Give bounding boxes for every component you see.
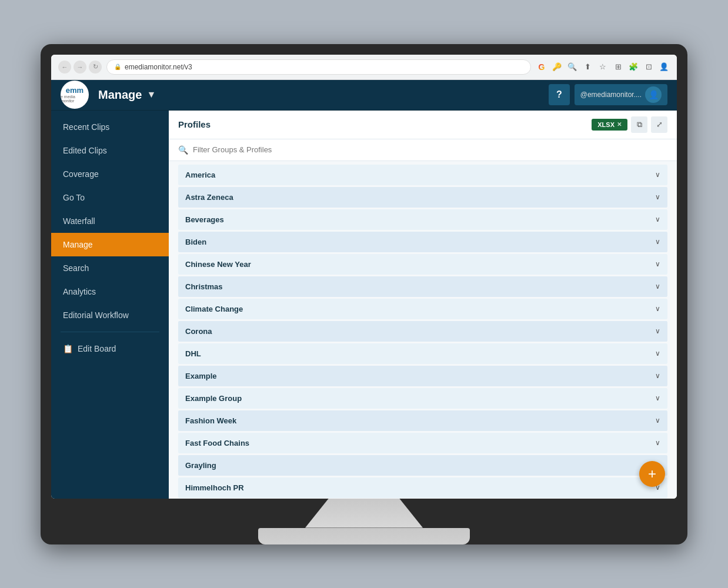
table-row[interactable]: Example ∨ — [178, 366, 667, 386]
sidebar-item-analytics[interactable]: Analytics — [51, 280, 169, 303]
sidebar-item-edited-clips[interactable]: Edited Clips — [51, 139, 169, 162]
sidebar-label-edited-clips: Edited Clips — [63, 146, 107, 155]
search-icon: 🔍 — [178, 145, 188, 155]
xlsx-button[interactable]: XLSX ✕ — [592, 119, 627, 131]
profiles-list: America ∨ Astra Zeneca ∨ Beverages ∨ B — [169, 161, 677, 499]
table-row[interactable]: Chinese New Year ∨ — [178, 254, 667, 275]
main-content: Profiles XLSX ✕ ⧉ ⤢ 🔍 — [169, 111, 677, 499]
puzzle-icon: 🧩 — [627, 61, 639, 73]
forward-button[interactable]: → — [74, 61, 86, 74]
sidebar-label-go-to: Go To — [63, 193, 85, 202]
extensions-icon: ⊞ — [612, 61, 624, 73]
table-row[interactable]: Example Group ∨ — [178, 388, 667, 409]
browser-chrome: ← → ↻ 🔒 emediamonitor.net/v3 G 🔑 🔍 ⬆ ☆ ⊞… — [51, 55, 677, 80]
profile-name: Corona — [185, 327, 212, 336]
profile-name: Astra Zeneca — [185, 193, 233, 202]
profile-name: Himmelhoch PR — [185, 483, 244, 492]
profile-name: Christmas — [185, 282, 223, 291]
table-row[interactable]: Biden ∨ — [178, 232, 667, 252]
sidebar: Recent Clips Edited Clips Coverage Go To… — [51, 111, 169, 499]
chevron-down-icon: ∨ — [655, 260, 660, 268]
chevron-down-icon: ∨ — [655, 372, 660, 380]
chevron-down-icon: ∨ — [655, 394, 660, 402]
edit-board-icon: 📋 — [63, 344, 73, 353]
table-row[interactable]: Grayling ∨ — [178, 455, 667, 476]
table-row[interactable]: Fast Food Chains ∨ — [178, 433, 667, 453]
refresh-button[interactable]: ↻ — [89, 61, 102, 74]
lock-icon: 🔒 — [114, 64, 121, 70]
sidebar-divider — [61, 332, 159, 332]
browser-right-icons: G 🔑 🔍 ⬆ ☆ ⊞ 🧩 ⊡ 👤 — [536, 61, 670, 73]
header-logo: emm e media monitor — [61, 81, 89, 109]
table-row[interactable]: Beverages ∨ — [178, 209, 667, 230]
sidebar-label-manage: Manage — [63, 240, 93, 249]
profile-name: Fast Food Chains — [185, 439, 249, 447]
profile-name: Chinese New Year — [185, 260, 251, 269]
window-icon: ⊡ — [643, 61, 654, 73]
sidebar-item-editorial-workflow[interactable]: Editorial Workflow — [51, 303, 169, 327]
table-row[interactable]: DHL ∨ — [178, 343, 667, 364]
chevron-down-icon: ∨ — [655, 193, 660, 201]
table-row[interactable]: Climate Change ∨ — [178, 299, 667, 319]
profile-name: DHL — [185, 349, 201, 358]
app-container: Recent Clips Edited Clips Coverage Go To… — [51, 111, 677, 499]
sidebar-label-search: Search — [63, 263, 89, 273]
sidebar-item-waterfall[interactable]: Waterfall — [51, 209, 169, 233]
header-manage-title: Manage — [98, 88, 142, 102]
monitor-stand-base — [258, 528, 470, 544]
user-button[interactable]: @emediamonitor.... 👤 — [575, 84, 667, 105]
chevron-down-icon: ∨ — [655, 416, 660, 425]
app-header: emm e media monitor Manage ▼ ? @emediamo… — [51, 80, 677, 111]
sidebar-item-coverage[interactable]: Coverage — [51, 162, 169, 186]
sidebar-label-coverage: Coverage — [63, 169, 99, 179]
sidebar-label-waterfall: Waterfall — [63, 216, 95, 226]
edit-board-item[interactable]: 📋 Edit Board — [51, 337, 169, 360]
sidebar-label-editorial-workflow: Editorial Workflow — [63, 310, 129, 320]
browser-nav: ← → ↻ — [58, 61, 102, 74]
monitor-screen: ← → ↻ 🔒 emediamonitor.net/v3 G 🔑 🔍 ⬆ ☆ ⊞… — [51, 55, 677, 499]
monitor-frame: ← → ↻ 🔒 emediamonitor.net/v3 G 🔑 🔍 ⬆ ☆ ⊞… — [41, 44, 687, 544]
content-header: Profiles XLSX ✕ ⧉ ⤢ — [169, 111, 677, 139]
filter-icon[interactable]: ▼ — [146, 89, 156, 100]
sidebar-item-recent-clips[interactable]: Recent Clips — [51, 115, 169, 139]
filter-input[interactable] — [193, 145, 667, 154]
star-icon[interactable]: ☆ — [597, 61, 609, 73]
profile-name: Example — [185, 372, 216, 380]
table-row[interactable]: Christmas ∨ — [178, 276, 667, 297]
sidebar-item-manage[interactable]: Manage — [51, 233, 169, 256]
copy-icon-button[interactable]: ⧉ — [631, 116, 647, 133]
add-profile-fab[interactable]: + — [639, 461, 665, 487]
back-button[interactable]: ← — [58, 61, 71, 74]
header-right: ? @emediamonitor.... 👤 — [549, 84, 667, 105]
monitor-stand-neck — [305, 499, 423, 528]
content-wrapper: America ∨ Astra Zeneca ∨ Beverages ∨ B — [169, 161, 677, 499]
table-row[interactable]: Fashion Week ∨ — [178, 410, 667, 431]
profile-name: Grayling — [185, 461, 216, 470]
profile-name: Example Group — [185, 394, 242, 403]
chevron-down-icon: ∨ — [655, 238, 660, 246]
profile-name: Biden — [185, 238, 206, 246]
search-bar: 🔍 — [169, 139, 677, 161]
header-title-area: Manage ▼ — [89, 88, 549, 102]
table-row[interactable]: America ∨ — [178, 165, 667, 185]
zoom-icon: 🔍 — [566, 61, 578, 73]
sidebar-item-go-to[interactable]: Go To — [51, 186, 169, 209]
table-row[interactable]: Astra Zeneca ∨ — [178, 187, 667, 208]
google-icon: G — [536, 61, 547, 73]
chevron-down-icon: ∨ — [655, 439, 660, 447]
sidebar-item-search[interactable]: Search — [51, 256, 169, 280]
table-row[interactable]: Himmelhoch PR ∨ — [178, 477, 667, 498]
expand-icon-button[interactable]: ⤢ — [651, 116, 667, 133]
url-text: emediamonitor.net/v3 — [125, 63, 192, 71]
logo-circle: emm e media monitor — [61, 81, 89, 109]
logo-emm-text: emm — [61, 86, 89, 95]
user-email: @emediamonitor.... — [580, 91, 642, 99]
sidebar-label-recent-clips: Recent Clips — [63, 122, 109, 132]
share-icon: ⬆ — [582, 61, 593, 73]
help-button[interactable]: ? — [549, 84, 570, 105]
profile-name: Beverages — [185, 215, 224, 224]
profile-name: Fashion Week — [185, 416, 236, 425]
table-row[interactable]: Corona ∨ — [178, 321, 667, 342]
profile-name: Climate Change — [185, 305, 243, 313]
url-bar[interactable]: 🔒 emediamonitor.net/v3 — [106, 59, 531, 75]
